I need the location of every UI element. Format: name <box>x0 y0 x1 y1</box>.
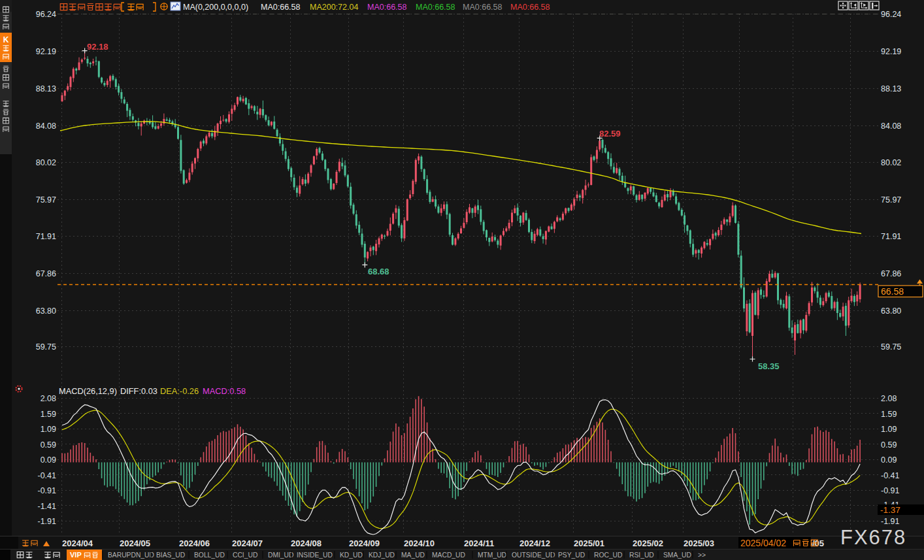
svg-text:92.19: 92.19 <box>36 47 56 56</box>
svg-text:2025/02: 2025/02 <box>633 538 663 548</box>
svg-text:2024/09: 2024/09 <box>349 538 380 548</box>
svg-text:84.08: 84.08 <box>881 122 901 131</box>
svg-text:2024/11: 2024/11 <box>464 538 494 548</box>
svg-text:0.59: 0.59 <box>881 440 897 450</box>
svg-text:-0.41: -0.41 <box>38 471 57 480</box>
svg-text:80.02: 80.02 <box>881 158 901 167</box>
svg-text:BOLL_UD: BOLL_UD <box>194 552 225 559</box>
svg-text:2024/06: 2024/06 <box>179 538 210 548</box>
svg-text:KDJ_UD: KDJ_UD <box>369 552 395 559</box>
svg-text:96.24: 96.24 <box>881 10 901 19</box>
svg-text:VIP: VIP <box>70 551 82 559</box>
svg-text:0.09: 0.09 <box>881 455 897 465</box>
svg-text:MA200:72.04: MA200:72.04 <box>310 3 358 12</box>
svg-text:MA0:66.58: MA0:66.58 <box>510 3 550 12</box>
svg-text:RSI_UD: RSI_UD <box>629 552 654 559</box>
svg-text:2025/01: 2025/01 <box>574 538 604 548</box>
svg-text:63.80: 63.80 <box>36 306 56 316</box>
svg-text:92.19: 92.19 <box>881 47 901 56</box>
svg-text:0.59: 0.59 <box>41 440 56 450</box>
svg-text:OUTSIDE_UD: OUTSIDE_UD <box>512 552 555 559</box>
svg-text:1.59: 1.59 <box>881 410 897 419</box>
svg-text:2.08: 2.08 <box>881 394 897 403</box>
svg-text:BARUPDN_UD: BARUPDN_UD <box>108 552 154 559</box>
svg-text:-0.41: -0.41 <box>881 471 900 480</box>
svg-text:2024/10: 2024/10 <box>404 538 435 548</box>
svg-text:75.97: 75.97 <box>881 195 901 205</box>
svg-text:-1.91: -1.91 <box>881 517 900 526</box>
svg-text:59.75: 59.75 <box>881 342 901 352</box>
svg-text:MA_UD: MA_UD <box>401 552 425 559</box>
svg-text:88.13: 88.13 <box>881 84 901 93</box>
svg-text:MACD_UD: MACD_UD <box>432 552 465 559</box>
svg-text:2025/03: 2025/03 <box>684 538 714 548</box>
svg-text:2024/12: 2024/12 <box>520 538 550 548</box>
svg-text:-0.91: -0.91 <box>881 486 900 495</box>
svg-text:>>: >> <box>698 552 706 559</box>
svg-text:K: K <box>3 35 9 44</box>
svg-text:MACD:0.58: MACD:0.58 <box>203 386 246 396</box>
svg-text:66.58: 66.58 <box>881 286 904 297</box>
svg-text:BIAS_UD: BIAS_UD <box>156 552 185 559</box>
svg-text:1.59: 1.59 <box>41 410 56 419</box>
svg-text:-1.37: -1.37 <box>880 505 900 515</box>
svg-text:88.13: 88.13 <box>36 84 56 93</box>
svg-text:82.59: 82.59 <box>599 129 621 139</box>
svg-text:68.68: 68.68 <box>368 267 389 276</box>
svg-text:KD_UD: KD_UD <box>340 552 363 559</box>
svg-text:DEA:-0.26: DEA:-0.26 <box>160 386 199 396</box>
svg-text:1.09: 1.09 <box>41 425 56 434</box>
svg-text:2024/07: 2024/07 <box>232 538 263 548</box>
svg-text:-1.41: -1.41 <box>38 502 57 511</box>
svg-text:MA0:66.58: MA0:66.58 <box>463 3 503 12</box>
svg-text:DMI_UD: DMI_UD <box>268 552 293 559</box>
svg-text:84.08: 84.08 <box>36 122 56 131</box>
svg-text:2024/04: 2024/04 <box>62 538 93 548</box>
svg-text:MA0:66.58: MA0:66.58 <box>416 3 455 12</box>
svg-text:ROC_UD: ROC_UD <box>594 552 622 559</box>
svg-text:0.09: 0.09 <box>41 455 56 465</box>
svg-text:2.08: 2.08 <box>41 394 56 403</box>
svg-text:67.86: 67.86 <box>881 269 901 278</box>
svg-text:MTM_UD: MTM_UD <box>478 552 506 559</box>
svg-text:96.24: 96.24 <box>36 10 56 19</box>
svg-text:DIFF:0.03: DIFF:0.03 <box>120 386 157 396</box>
svg-text:67.86: 67.86 <box>36 269 56 278</box>
svg-text:75.97: 75.97 <box>36 195 56 205</box>
svg-text:1.09: 1.09 <box>881 425 897 434</box>
svg-text:63.80: 63.80 <box>881 306 901 316</box>
svg-text:MA(0,200,0,0,0,0): MA(0,200,0,0,0,0) <box>183 3 248 12</box>
svg-text:2024/05: 2024/05 <box>120 538 150 548</box>
svg-text:PSY_UD: PSY_UD <box>558 552 585 559</box>
svg-text:2024/08: 2024/08 <box>291 538 322 548</box>
svg-text:71.91: 71.91 <box>881 232 901 241</box>
svg-text:SMA_UD: SMA_UD <box>663 552 691 559</box>
svg-text:58.35: 58.35 <box>758 361 780 371</box>
svg-text:CCI_UD: CCI_UD <box>233 552 257 559</box>
svg-text:-1.91: -1.91 <box>38 517 57 526</box>
svg-text:80.02: 80.02 <box>36 158 56 167</box>
svg-text:FX678: FX678 <box>840 526 906 549</box>
svg-text:MACD(26,12,9): MACD(26,12,9) <box>59 386 117 396</box>
svg-text:92.18: 92.18 <box>87 42 108 52</box>
svg-text:MA0:66.58: MA0:66.58 <box>367 3 407 12</box>
svg-text:71.91: 71.91 <box>36 232 56 241</box>
svg-text:2025/04/02: 2025/04/02 <box>740 538 786 548</box>
svg-text:MA0:66.58: MA0:66.58 <box>261 3 301 12</box>
svg-text:-0.91: -0.91 <box>38 486 57 495</box>
svg-text:59.75: 59.75 <box>36 342 56 352</box>
svg-text:INSIDE_UD: INSIDE_UD <box>297 552 333 559</box>
